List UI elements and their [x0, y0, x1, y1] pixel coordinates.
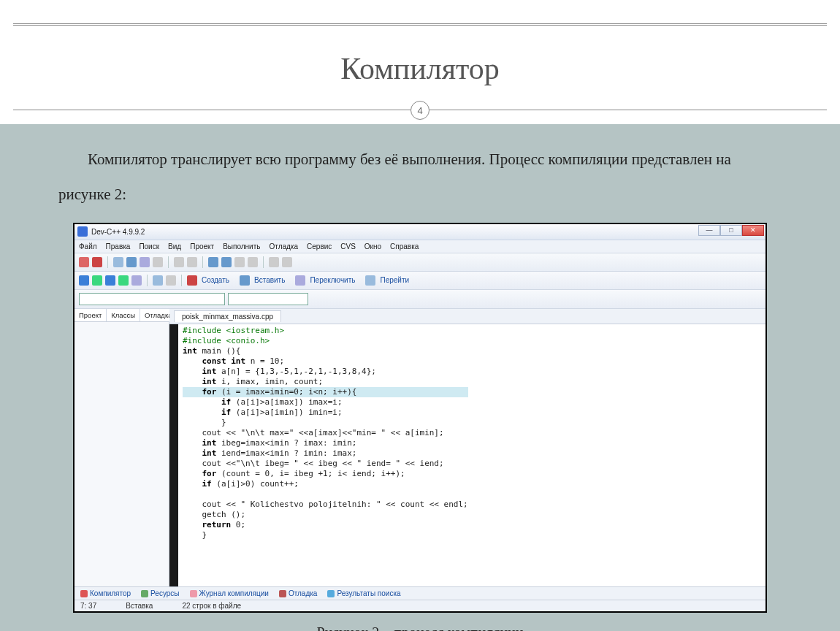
menu-project[interactable]: Проект	[190, 242, 214, 251]
file-tabstrip: poisk_minmax_massiva.cpp	[169, 309, 765, 324]
arrow-down2-icon[interactable]	[118, 275, 129, 286]
btab-debug[interactable]: Отладка	[279, 589, 318, 597]
side-tabs: Проект Классы Отладка	[75, 309, 169, 322]
menu-help[interactable]: Справка	[390, 242, 419, 251]
minimize-button[interactable]: —	[698, 225, 720, 236]
separator	[181, 275, 182, 286]
save-icon[interactable]	[113, 257, 123, 267]
debug-icon[interactable]	[269, 257, 279, 267]
separator	[263, 256, 264, 268]
figure-caption: Рисунок 2 – процесс компиляции	[0, 613, 840, 631]
status-mode: Вставка	[126, 602, 153, 610]
goto-label[interactable]: Перейти	[380, 276, 409, 284]
menu-cvs[interactable]: CVS	[340, 242, 356, 251]
separator	[168, 256, 169, 268]
menu-run[interactable]: Выполнить	[223, 242, 260, 251]
toolbar-2: Создать Вставить Переключить Перейти	[75, 272, 765, 290]
compile-run-icon[interactable]	[234, 257, 245, 267]
menubar: Файл Правка Поиск Вид Проект Выполнить О…	[75, 240, 765, 253]
menu-edit[interactable]: Правка	[106, 242, 131, 251]
file-tab[interactable]: poisk_minmax_massiva.cpp	[174, 310, 281, 322]
separator	[147, 275, 148, 286]
class-combo[interactable]	[228, 293, 308, 305]
redo-icon[interactable]	[187, 257, 197, 267]
slide-title: Компилятор	[0, 0, 840, 86]
help-icon[interactable]	[153, 275, 163, 286]
insert-icon[interactable]	[240, 275, 250, 286]
toolbar-1	[75, 253, 765, 272]
maximize-button[interactable]: □	[720, 225, 742, 236]
arrow-down-icon[interactable]	[92, 275, 102, 286]
menu-search[interactable]: Поиск	[139, 242, 159, 251]
toggle-label[interactable]: Переключить	[310, 276, 355, 284]
side-tab-classes[interactable]: Классы	[107, 309, 140, 321]
debug2-icon[interactable]	[282, 257, 292, 267]
new-icon[interactable]	[79, 257, 89, 267]
compile-icon[interactable]	[208, 257, 218, 267]
separator	[202, 256, 203, 268]
create-icon[interactable]	[187, 275, 197, 286]
code-text[interactable]: #include <iostream.h> #include <conio.h>…	[178, 324, 473, 586]
btab-search[interactable]: Результаты поиска	[327, 589, 400, 597]
goto-icon[interactable]	[365, 275, 375, 286]
about-icon[interactable]	[166, 275, 176, 286]
btab-log[interactable]: Журнал компиляции	[190, 589, 269, 597]
arrow-up2-icon[interactable]	[105, 275, 115, 286]
undo-icon[interactable]	[174, 257, 184, 267]
run-icon[interactable]	[221, 257, 232, 267]
btab-resources[interactable]: Ресурсы	[141, 589, 179, 597]
slide-header: Компилятор 4	[0, 0, 840, 124]
work-area: Проект Классы Отладка poisk_minmax_massi…	[75, 309, 765, 586]
saveall-icon[interactable]	[126, 257, 137, 267]
insert-label[interactable]: Вставить	[254, 276, 285, 284]
bottom-tabs: Компилятор Ресурсы Журнал компиляции Отл…	[75, 586, 765, 600]
print-icon[interactable]	[153, 257, 163, 267]
side-panel: Проект Классы Отладка	[75, 309, 169, 586]
window-title: Dev-C++ 4.9.9.2	[91, 228, 145, 236]
bookmark-icon[interactable]	[131, 275, 142, 286]
code-area[interactable]: #include <iostream.h> #include <conio.h>…	[169, 324, 765, 586]
arrow-up-icon[interactable]	[79, 275, 89, 286]
create-label[interactable]: Создать	[202, 276, 229, 284]
app-icon	[77, 226, 88, 237]
separator	[107, 256, 108, 268]
side-tab-project[interactable]: Проект	[75, 309, 107, 321]
toggle-icon[interactable]	[295, 275, 305, 286]
editor: poisk_minmax_massiva.cpp #include <iostr…	[169, 309, 765, 586]
gutter	[169, 324, 178, 586]
rule-top	[13, 23, 827, 26]
page-number-badge: 4	[411, 101, 429, 120]
statusbar: 7: 37 Вставка 22 строк в файле	[75, 600, 765, 611]
menu-view[interactable]: Вид	[168, 242, 181, 251]
menu-file[interactable]: Файл	[79, 242, 97, 251]
close-file-icon[interactable]	[140, 257, 150, 267]
status-lines: 22 строк в файле	[182, 602, 241, 610]
btab-compiler[interactable]: Компилятор	[80, 589, 131, 597]
status-pos: 7: 37	[80, 602, 96, 610]
menu-debug[interactable]: Отладка	[270, 242, 299, 251]
menu-service[interactable]: Сервис	[307, 242, 332, 251]
rebuild-icon[interactable]	[248, 257, 258, 267]
body-paragraph: Компилятор транслирует всю программу без…	[0, 124, 840, 223]
screenshot-frame: Dev-C++ 4.9.9.2 — □ ✕ Файл Правка Поиск …	[73, 223, 767, 613]
config-combo[interactable]	[79, 293, 225, 305]
close-button[interactable]: ✕	[742, 225, 764, 236]
open-icon[interactable]	[92, 257, 102, 267]
menu-window[interactable]: Окно	[364, 242, 381, 251]
titlebar[interactable]: Dev-C++ 4.9.9.2 — □ ✕	[75, 224, 765, 240]
devcpp-window: Dev-C++ 4.9.9.2 — □ ✕ Файл Правка Поиск …	[75, 224, 765, 611]
toolbar-3	[75, 290, 765, 309]
